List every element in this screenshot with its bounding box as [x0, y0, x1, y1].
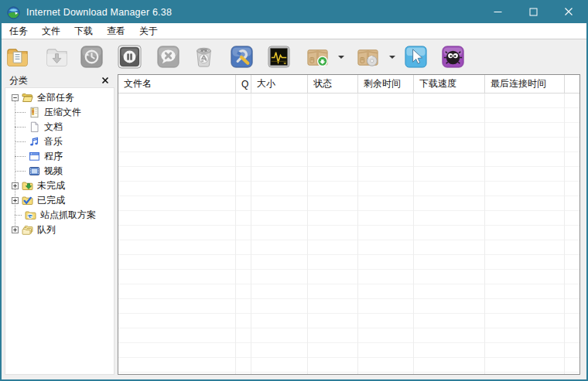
options-button[interactable] [230, 45, 254, 69]
compressed-file-icon [29, 107, 40, 118]
delete-icon [192, 45, 216, 69]
start-queue-button[interactable] [306, 45, 330, 69]
table-row-empty [118, 94, 579, 108]
table-row-empty [118, 372, 579, 374]
close-panel-icon[interactable] [101, 76, 110, 85]
downloads-table: 文件名Q大小状态剩余时间下载速度最后连接时间 [118, 74, 580, 375]
column-grid-line [307, 94, 308, 374]
grabber-button[interactable] [404, 45, 428, 69]
table-row-empty [118, 255, 579, 270]
table-row-empty [118, 240, 579, 255]
menu-item-2[interactable]: 下载 [67, 23, 100, 39]
download-now-button[interactable] [45, 45, 69, 69]
column-header-1[interactable]: Q [236, 75, 251, 93]
tree-item-label: 站点抓取方案 [39, 209, 97, 222]
delete-button[interactable] [192, 45, 216, 69]
tree-item-label: 视频 [43, 165, 64, 178]
scheduler-button[interactable] [267, 45, 291, 69]
menu-item-1[interactable]: 文件 [35, 23, 67, 39]
stop-button[interactable] [118, 45, 142, 69]
tree-item-label: 队列 [36, 223, 57, 236]
tree-item-站点抓取方案[interactable]: e站点抓取方案 [5, 208, 114, 223]
tree-item-压缩文件[interactable]: 压缩文件 [5, 105, 114, 120]
column-header-6[interactable]: 最后连接时间 [485, 75, 565, 93]
table-row-empty [118, 182, 579, 196]
titlebar: Internet Download Manager 6.38 [2, 2, 586, 23]
document-file-icon [29, 121, 40, 133]
category-tree-panel: 全部任务压缩文件文档音乐程序视频未完成已完成e站点抓取方案队列 [5, 87, 115, 375]
column-grid-line [251, 94, 251, 374]
sidebar-title: 分类 [9, 74, 28, 87]
window-title: Internet Download Manager 6.38 [26, 7, 172, 18]
table-row-empty [118, 270, 579, 284]
minimize-button[interactable] [480, 2, 515, 23]
table-row-empty [118, 343, 579, 358]
stop-all-button[interactable] [156, 45, 180, 69]
tree-item-文档[interactable]: 文档 [5, 120, 114, 134]
tree-item-未完成[interactable]: 未完成 [5, 179, 114, 193]
maximize-button[interactable] [515, 2, 551, 23]
column-grid-line [235, 94, 236, 374]
tree-connector [15, 141, 26, 142]
tree-item-已完成[interactable]: 已完成 [5, 193, 114, 208]
column-header-5[interactable]: 下载速度 [414, 75, 485, 93]
tree-item-程序[interactable]: 程序 [5, 149, 114, 164]
tree-item-label: 未完成 [36, 179, 67, 192]
column-header-2[interactable]: 大小 [251, 75, 308, 93]
start-queue-dropdown-icon[interactable] [338, 56, 344, 59]
menu-item-0[interactable]: 任务 [2, 23, 35, 39]
table-row-empty [118, 108, 579, 123]
column-header-0[interactable]: 文件名 [118, 75, 236, 93]
menu-item-3[interactable]: 查看 [100, 23, 132, 39]
expand-icon[interactable] [12, 182, 19, 189]
toolbar [2, 39, 586, 74]
table-row-empty [118, 299, 579, 314]
start-queue-icon [306, 45, 330, 69]
column-grid-line [484, 94, 485, 374]
tree-connector [15, 156, 26, 157]
column-header-3[interactable]: 状态 [308, 75, 358, 93]
table-header-row: 文件名Q大小状态剩余时间下载速度最后连接时间 [118, 75, 579, 94]
column-grid-line [413, 94, 414, 374]
tree-connector [15, 171, 26, 172]
collapse-icon[interactable] [12, 94, 19, 101]
column-header-filler [565, 75, 579, 93]
menu-item-4[interactable]: 关于 [132, 23, 165, 39]
options-icon [230, 45, 254, 69]
stop-queue-dropdown-icon[interactable] [389, 56, 395, 59]
tree-connector [15, 112, 26, 113]
maximize-icon [529, 5, 538, 19]
tree-item-全部任务[interactable]: 全部任务 [5, 90, 114, 105]
table-row-empty [118, 167, 579, 182]
unfinished-folder-icon [22, 180, 33, 192]
tree-item-视频[interactable]: 视频 [5, 164, 114, 179]
site-grabber-icon: e [25, 209, 36, 221]
table-row-empty [118, 152, 579, 167]
close-button[interactable] [551, 2, 586, 23]
program-file-icon [29, 151, 40, 162]
table-row-empty [118, 211, 579, 226]
tree-item-label: 全部任务 [36, 91, 76, 104]
tree-item-队列[interactable]: 队列 [5, 223, 114, 237]
stop-all-icon [156, 45, 180, 69]
tonec-mascot-button[interactable] [441, 45, 465, 69]
stop-queue-button[interactable] [356, 45, 380, 69]
idm-window: Internet Download Manager 6.38 任务文件下载查看关… [0, 0, 588, 381]
table-row-empty [118, 358, 579, 372]
expand-icon[interactable] [12, 226, 19, 233]
tree-item-音乐[interactable]: 音乐 [5, 134, 114, 149]
add-url-button[interactable] [5, 45, 29, 69]
video-file-icon [29, 165, 40, 177]
table-row-empty [118, 226, 579, 240]
expand-icon[interactable] [12, 197, 19, 204]
table-row-empty [118, 314, 579, 328]
scheduler-icon [267, 45, 291, 69]
queues-folder-icon [22, 224, 33, 236]
tree-item-label: 压缩文件 [43, 106, 83, 119]
column-header-4[interactable]: 剩余时间 [358, 75, 414, 93]
redownload-button[interactable] [80, 45, 104, 69]
table-row-empty [118, 196, 579, 211]
redownload-icon [80, 45, 104, 69]
tree-item-label: 文档 [43, 121, 64, 134]
all-tasks-folder-icon [22, 92, 33, 104]
